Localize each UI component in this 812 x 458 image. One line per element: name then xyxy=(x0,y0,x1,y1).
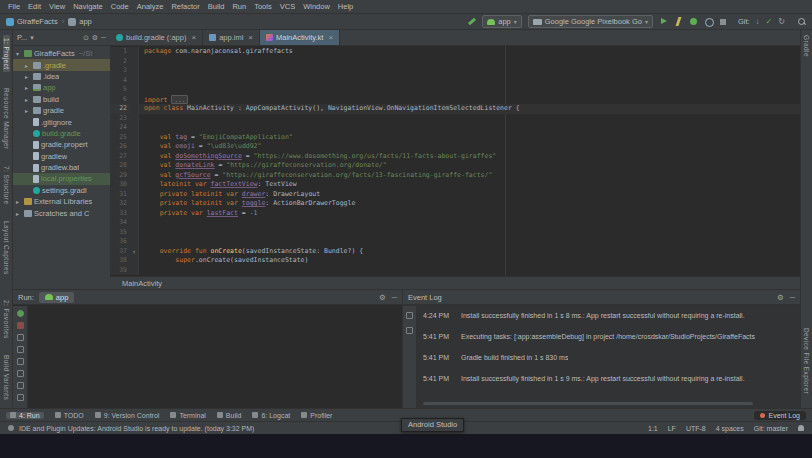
notifications-bell-icon[interactable] xyxy=(798,425,804,431)
code-line[interactable]: 1package com.naranjaconsal.giraffefacts xyxy=(110,47,800,57)
git-commit-button[interactable]: ✓ xyxy=(766,17,773,26)
tree-item-gitignore[interactable]: .gitignore xyxy=(13,116,110,127)
line-number[interactable]: 36 xyxy=(110,237,130,247)
line-number[interactable]: 24 xyxy=(110,123,130,133)
editor-tab-app-iml[interactable]: app.iml× xyxy=(203,30,260,45)
tool-button-layout-captures[interactable]: Layout Captures xyxy=(3,221,10,275)
minimize-panel-icon[interactable]: ─ xyxy=(392,293,397,302)
caret-position[interactable]: 1:1 xyxy=(648,425,658,432)
project-panel-title[interactable]: P... xyxy=(17,33,27,42)
code-line[interactable]: 35 xyxy=(110,228,800,238)
menu-help[interactable]: Help xyxy=(334,2,357,11)
tree-item-idea[interactable]: ▸.idea xyxy=(13,71,110,82)
code-editor[interactable]: 1package com.naranjaconsal.giraffefacts2… xyxy=(110,46,800,276)
indent-setting[interactable]: 4 spaces xyxy=(716,425,744,432)
pin-icon[interactable] xyxy=(17,334,24,341)
apply-changes-button[interactable] xyxy=(674,17,683,26)
editor-tab-build-gradle-app[interactable]: build.gradle (:app)× xyxy=(110,30,203,45)
code-line[interactable]: 4 xyxy=(110,76,800,86)
menu-analyze[interactable]: Analyze xyxy=(133,2,168,11)
line-number[interactable]: 1 xyxy=(110,47,130,57)
tool-button-4-run[interactable]: 4: Run xyxy=(6,412,44,419)
tree-item-settings-gradl[interactable]: settings.gradl xyxy=(13,185,110,196)
chevron-down-icon[interactable]: ▾ xyxy=(30,34,34,42)
tree-item-scratches-and-c[interactable]: ▸Scratches and C xyxy=(13,207,110,218)
tool-button-event-log[interactable]: Event Log xyxy=(754,411,806,420)
git-rollback-button[interactable]: ↻ xyxy=(778,17,785,26)
expand-arrow-icon[interactable]: ▸ xyxy=(25,73,31,80)
line-number[interactable]: 34 xyxy=(110,218,130,228)
code-line[interactable]: 32 private lateinit var toggle: ActionBa… xyxy=(110,199,800,209)
menu-refactor[interactable]: Refactor xyxy=(167,2,203,11)
code-line[interactable]: 36 xyxy=(110,237,800,247)
expand-arrow-icon[interactable]: ▸ xyxy=(25,96,31,103)
tree-item-local-properties[interactable]: local.properties xyxy=(13,173,110,184)
build-hammer-icon[interactable] xyxy=(467,17,476,26)
run-tab-app[interactable]: app xyxy=(39,292,75,303)
line-number[interactable]: 23 xyxy=(110,114,130,124)
clear-icon[interactable] xyxy=(17,394,24,401)
line-separator[interactable]: LF xyxy=(668,425,676,432)
code-line[interactable]: 5 xyxy=(110,85,800,95)
up-icon[interactable] xyxy=(17,346,24,353)
tool-button-7-structure[interactable]: 7: Structure xyxy=(3,166,10,204)
code-line[interactable]: 6import ... xyxy=(110,95,800,105)
close-icon[interactable]: × xyxy=(191,33,196,42)
line-number[interactable]: 31 xyxy=(110,190,130,200)
code-line[interactable]: 37↑ override fun onCreate(savedInstanceS… xyxy=(110,247,800,257)
code-line[interactable]: 23 xyxy=(110,114,800,124)
code-line[interactable]: 27 val doSomethingSource = "https://www.… xyxy=(110,152,800,162)
tool-button-profiler[interactable]: Profiler xyxy=(301,412,332,419)
tree-item-gradle[interactable]: ▸gradle xyxy=(13,105,110,116)
editor-breadcrumb[interactable]: MainActivity xyxy=(122,279,162,288)
menu-vcs[interactable]: VCS xyxy=(276,2,299,11)
horizontal-scrollbar[interactable] xyxy=(423,402,753,405)
tree-item-gradle-propert[interactable]: gradle.propert xyxy=(13,139,110,150)
menu-window[interactable]: Window xyxy=(299,2,334,11)
settings-icon[interactable] xyxy=(17,382,24,389)
tool-button-2-favorites[interactable]: 2: Favorites xyxy=(3,300,10,339)
settings-gear-icon[interactable]: ⚙ xyxy=(92,34,98,42)
tool-button-9-version-control[interactable]: 9: Version Control xyxy=(95,412,160,419)
profile-button[interactable] xyxy=(704,17,713,26)
line-number[interactable]: 2 xyxy=(110,57,130,67)
tool-button-1-project[interactable]: 1: Project xyxy=(3,35,10,72)
log-settings-icon[interactable] xyxy=(406,327,413,334)
code-line[interactable]: 2 xyxy=(110,57,800,67)
tree-item-giraffefacts[interactable]: ▾GiraffeFacts~/St xyxy=(13,48,110,59)
run-console[interactable] xyxy=(29,306,402,408)
tree-item-build-gradle[interactable]: build.gradle xyxy=(13,128,110,139)
stop-icon[interactable] xyxy=(17,322,24,329)
code-line[interactable]: 38 super.onCreate(savedInstanceState) xyxy=(110,256,800,266)
code-line[interactable]: 26 val emoji = "\ud83e\udd92" xyxy=(110,142,800,152)
line-number[interactable]: 38 xyxy=(110,256,130,266)
tree-item-gradlew-bat[interactable]: gradlew.bat xyxy=(13,162,110,173)
device-selector[interactable]: Google Google Pixelbook Go ▾ xyxy=(528,15,653,28)
line-number[interactable]: 33 xyxy=(110,209,130,219)
expand-arrow-icon[interactable]: ▸ xyxy=(25,62,31,69)
tool-button-todo[interactable]: TODO xyxy=(55,412,84,419)
breadcrumb-project[interactable]: GiraffeFacts xyxy=(17,17,58,26)
run-config-selector[interactable]: app ▾ xyxy=(482,15,522,28)
tool-button-terminal[interactable]: Terminal xyxy=(170,412,205,419)
expand-arrow-icon[interactable]: ▸ xyxy=(25,84,31,91)
override-marker-icon[interactable]: ↑ xyxy=(130,247,139,257)
menu-build[interactable]: Build xyxy=(204,2,229,11)
menu-code[interactable]: Code xyxy=(107,2,133,11)
code-line[interactable]: 3 xyxy=(110,66,800,76)
clear-log-icon[interactable] xyxy=(406,312,413,319)
line-number[interactable]: 4 xyxy=(110,76,130,86)
file-encoding[interactable]: UTF-8 xyxy=(686,425,706,432)
tool-button-build-variants[interactable]: Build Variants xyxy=(3,355,10,400)
down-icon[interactable] xyxy=(17,358,24,365)
line-number[interactable]: 37 xyxy=(110,247,130,257)
menu-navigate[interactable]: Navigate xyxy=(69,2,107,11)
code-line[interactable]: 24 xyxy=(110,123,800,133)
close-icon[interactable]: × xyxy=(328,33,333,42)
code-line[interactable]: 34 xyxy=(110,218,800,228)
line-number[interactable]: 25 xyxy=(110,133,130,143)
close-icon[interactable]: × xyxy=(248,33,253,42)
tree-item-build[interactable]: ▸build xyxy=(13,94,110,105)
line-number[interactable]: 5 xyxy=(110,85,130,95)
search-icon[interactable] xyxy=(797,17,806,26)
